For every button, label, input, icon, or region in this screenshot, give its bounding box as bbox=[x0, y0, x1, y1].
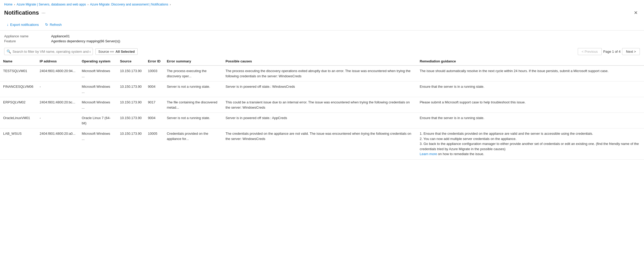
col-source: Source bbox=[117, 57, 145, 66]
cell-remediation: The issue should automatically resolve i… bbox=[417, 66, 644, 81]
cell-error-summary: Credentials provided on the appliance fo… bbox=[164, 128, 222, 160]
cell-error-id: 9004 bbox=[145, 113, 163, 128]
cell-os: Oracle Linux 7 (64-bit) bbox=[78, 113, 117, 128]
cell-name: LAB_WSUS bbox=[0, 128, 37, 160]
next-button[interactable]: Next > bbox=[622, 48, 640, 55]
filter-tag-prefix: Source == bbox=[98, 50, 114, 54]
learn-more-link[interactable]: Learn more bbox=[420, 152, 437, 156]
cell-os: Microsoft Windows ... bbox=[78, 128, 117, 160]
cell-ip: - bbox=[37, 81, 78, 97]
export-notifications-button[interactable]: ↓ Export notifications bbox=[4, 21, 41, 28]
cell-source: 10.150.173.90 bbox=[117, 128, 145, 160]
filter-left: 🔍 Source == All Selected bbox=[4, 48, 138, 55]
col-possible-causes: Possible causes bbox=[222, 57, 417, 66]
table-container: Name IP address Operating system Source … bbox=[0, 57, 644, 160]
cell-ip: 2404:f801:4800:20:bc... bbox=[37, 97, 78, 113]
table-row: ERPSQLVM022404:f801:4800:20:bc...Microso… bbox=[0, 97, 644, 113]
download-icon: ↓ bbox=[7, 22, 9, 27]
filter-tag-source[interactable]: Source == All Selected bbox=[95, 48, 138, 55]
cell-source: 10.150.173.90 bbox=[117, 97, 145, 113]
cell-possible-causes: The process executing the discovery oper… bbox=[222, 66, 417, 81]
cell-error-summary: Server is not a running state. bbox=[164, 113, 222, 128]
cell-error-id: 10005 bbox=[145, 128, 163, 160]
col-os: Operating system bbox=[78, 57, 117, 66]
close-button[interactable]: ✕ bbox=[632, 9, 640, 17]
col-remediation: Remediation guidance bbox=[417, 57, 644, 66]
pagination: < Previous Page 1 of 4 Next > bbox=[578, 48, 640, 55]
cell-ip: 2404:f801:4800:20:a0... bbox=[37, 128, 78, 160]
table-row: TESTSQLVM012404:f801:4800:20:94...Micros… bbox=[0, 66, 644, 81]
refresh-button[interactable]: ↻ Refresh bbox=[42, 21, 64, 28]
more-options-button[interactable]: ··· bbox=[41, 10, 45, 16]
cell-os: Microsoft Windows ... bbox=[78, 97, 117, 113]
cell-error-id: 10003 bbox=[145, 66, 163, 81]
col-ip: IP address bbox=[37, 57, 78, 66]
cell-error-summary: The process executing the discovery oper… bbox=[164, 66, 222, 81]
cell-error-summary: Server is not a running state. bbox=[164, 81, 222, 97]
cell-error-id: 9004 bbox=[145, 81, 163, 97]
cell-possible-causes: This could be a transient issue due to a… bbox=[222, 97, 417, 113]
cell-os: Microsoft Windows ... bbox=[78, 66, 117, 81]
breadcrumb-notifications[interactable]: Azure Migrate: Discovery and assessment … bbox=[90, 3, 168, 6]
cell-os: Microsoft Windows ... bbox=[78, 81, 117, 97]
appliance-name-label: Appliance name bbox=[4, 34, 51, 38]
filter-tag-value: All Selected bbox=[116, 50, 135, 54]
cell-source: 10.150.173.90 bbox=[117, 66, 145, 81]
cell-remediation: Ensure that the server is in a running s… bbox=[417, 81, 644, 97]
table-header-row: Name IP address Operating system Source … bbox=[0, 57, 644, 66]
cell-ip: 2404:f801:4800:20:94... bbox=[37, 66, 78, 81]
filter-bar: 🔍 Source == All Selected < Previous Page… bbox=[0, 46, 644, 57]
search-box[interactable]: 🔍 bbox=[4, 48, 93, 55]
cell-error-summary: The file containing the discovered metad… bbox=[164, 97, 222, 113]
breadcrumb-home[interactable]: Home bbox=[4, 3, 13, 6]
previous-button[interactable]: < Previous bbox=[578, 48, 602, 55]
cell-source: 10.150.173.90 bbox=[117, 81, 145, 97]
breadcrumb-servers[interactable]: Azure Migrate | Servers, databases and w… bbox=[17, 3, 86, 6]
cell-source: 10.150.173.90 bbox=[117, 113, 145, 128]
breadcrumb: Home › Azure Migrate | Servers, database… bbox=[0, 0, 644, 8]
refresh-icon: ↻ bbox=[45, 22, 48, 27]
cell-name: OracleLinuxVM01 bbox=[0, 113, 37, 128]
cell-remediation: Please submit a Microsoft support case t… bbox=[417, 97, 644, 113]
appliance-name-value: Appliance01 bbox=[51, 34, 640, 38]
table-row: OracleLinuxVM01-Oracle Linux 7 (64-bit)1… bbox=[0, 113, 644, 128]
col-error-summary: Error summary bbox=[164, 57, 222, 66]
table-row: FINANCESQLVM06-Microsoft Windows ...10.1… bbox=[0, 81, 644, 97]
col-name: Name bbox=[0, 57, 37, 66]
feature-value: Agentless dependency mapping(66 Server(s… bbox=[51, 39, 640, 43]
notifications-table: Name IP address Operating system Source … bbox=[0, 57, 644, 160]
cell-name: ERPSQLVM02 bbox=[0, 97, 37, 113]
cell-remediation: 1. Ensure that the credentials provided … bbox=[417, 128, 644, 160]
toolbar: ↓ Export notifications ↻ Refresh bbox=[0, 20, 644, 31]
cell-possible-causes: Server is in powered off state.: Windows… bbox=[222, 81, 417, 97]
cell-name: TESTSQLVM01 bbox=[0, 66, 37, 81]
cell-possible-causes: Server is in powered off state.: AppCred… bbox=[222, 113, 417, 128]
cell-error-id: 9017 bbox=[145, 97, 163, 113]
cell-remediation: Ensure that the server is in a running s… bbox=[417, 113, 644, 128]
page-header: Notifications ··· ✕ bbox=[0, 8, 644, 20]
feature-label: Feature bbox=[4, 39, 51, 43]
info-section: Appliance name Appliance01 Feature Agent… bbox=[0, 31, 644, 46]
search-icon: 🔍 bbox=[7, 49, 11, 54]
page-info: Page 1 of 4 bbox=[603, 50, 621, 54]
cell-name: FINANCESQLVM06 bbox=[0, 81, 37, 97]
page-title: Notifications bbox=[4, 9, 39, 16]
table-row: LAB_WSUS2404:f801:4800:20:a0...Microsoft… bbox=[0, 128, 644, 160]
cell-ip: - bbox=[37, 113, 78, 128]
col-error-id: Error ID bbox=[145, 57, 163, 66]
cell-possible-causes: The credentials provided on the applianc… bbox=[222, 128, 417, 160]
search-input[interactable] bbox=[13, 50, 90, 54]
